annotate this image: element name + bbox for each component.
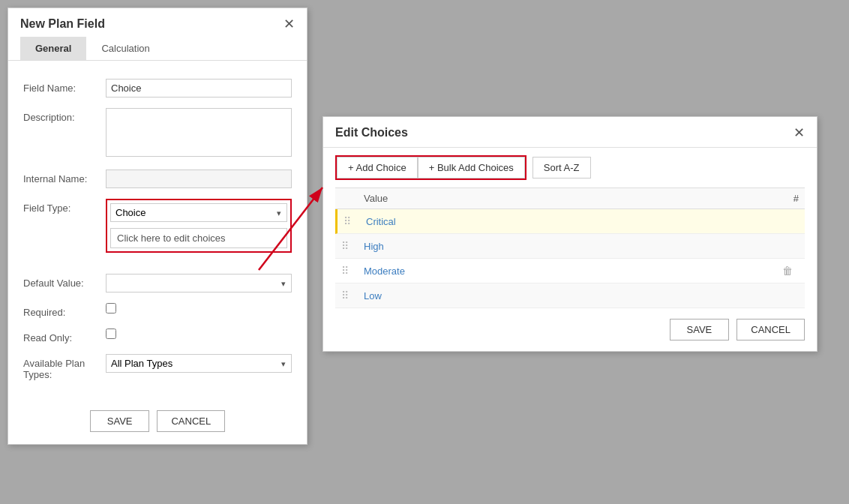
choice-value-critical[interactable]: Critical <box>366 216 776 227</box>
choice-row: ⠿ High <box>335 234 805 259</box>
available-plan-types-label: Available Plan Types: <box>23 354 106 380</box>
internal-name-control <box>106 170 292 188</box>
modal-header: New Plan Field ✕ <box>8 8 307 37</box>
default-value-select[interactable] <box>106 274 292 292</box>
field-type-select[interactable]: Choice <box>110 203 287 222</box>
edit-choices-title: Edit Choices <box>335 126 408 140</box>
toolbar-highlight-box: + Add Choice + Bulk Add Choices <box>335 155 526 180</box>
edit-choices-save-button[interactable]: SAVE <box>670 319 730 340</box>
read-only-checkbox[interactable] <box>106 328 116 339</box>
modal-title: New Plan Field <box>20 17 105 31</box>
main-modal-footer: SAVE CANCEL <box>8 403 307 444</box>
edit-choices-button[interactable]: Click here to edit choices <box>110 228 287 248</box>
field-name-control <box>106 79 292 98</box>
required-checkbox[interactable] <box>106 303 116 314</box>
field-type-label: Field Type: <box>23 199 106 214</box>
choice-row: ⠿ Critical <box>335 209 805 234</box>
drag-handle-icon[interactable]: ⠿ <box>341 265 364 277</box>
description-control <box>106 108 292 159</box>
header-number: # <box>769 193 799 204</box>
choices-table-header: Value # <box>335 188 805 209</box>
internal-name-input[interactable] <box>106 170 292 188</box>
edit-choices-header: Edit Choices ✕ <box>323 117 817 148</box>
header-handle <box>341 193 364 204</box>
default-value-select-wrap: ▾ <box>106 274 292 292</box>
field-type-select-wrap: Choice ▾ <box>110 203 287 222</box>
choices-row: Click here to edit choices <box>110 228 287 248</box>
field-name-input[interactable] <box>106 79 292 98</box>
description-textarea[interactable] <box>106 108 292 157</box>
add-choice-button[interactable]: + Add Choice <box>337 157 418 178</box>
bulk-add-choices-button[interactable]: + Bulk Add Choices <box>418 157 525 178</box>
default-value-row: Default Value: ▾ <box>23 274 292 292</box>
header-value: Value <box>364 193 769 204</box>
choice-row: ⠿ Moderate 🗑 <box>335 259 805 284</box>
internal-name-row: Internal Name: <box>23 170 292 188</box>
available-plan-types-row: Available Plan Types: All Plan Types ▾ <box>23 354 292 380</box>
main-cancel-button[interactable]: CANCEL <box>157 410 225 432</box>
description-row: Description: <box>23 108 292 159</box>
tab-general[interactable]: General <box>20 37 86 60</box>
available-plan-types-select[interactable]: All Plan Types <box>106 354 292 373</box>
edit-choices-modal: Edit Choices ✕ + Add Choice + Bulk Add C… <box>322 116 818 352</box>
tab-calculation[interactable]: Calculation <box>86 37 164 60</box>
main-save-button[interactable]: SAVE <box>90 410 150 432</box>
required-row: Required: <box>23 303 292 318</box>
form-body: Field Name: Description: Internal Name: <box>8 73 307 403</box>
sort-az-button[interactable]: Sort A-Z <box>532 157 591 178</box>
drag-handle-icon[interactable]: ⠿ <box>344 215 366 227</box>
field-type-choices-highlight: Choice ▾ Click here to edit choices <box>106 199 292 253</box>
trash-icon[interactable]: 🗑 <box>782 265 793 277</box>
choice-value-moderate[interactable]: Moderate <box>364 266 776 277</box>
edit-choices-footer: SAVE CANCEL <box>323 308 817 351</box>
choices-toolbar: + Add Choice + Bulk Add Choices Sort A-Z <box>323 148 817 188</box>
choice-row: ⠿ Low <box>335 284 805 308</box>
description-label: Description: <box>23 108 106 123</box>
field-name-label: Field Name: <box>23 79 106 94</box>
choices-table: Value # ⠿ Critical ⠿ High ⠿ Moderate 🗑 <box>335 188 805 308</box>
tabs-container: General Calculation <box>8 37 307 61</box>
new-plan-field-modal: New Plan Field ✕ General Calculation Fie… <box>8 8 308 445</box>
default-value-label: Default Value: <box>23 274 106 289</box>
edit-choices-cancel-button[interactable]: CANCEL <box>736 319 805 340</box>
drag-handle-icon[interactable]: ⠿ <box>341 240 364 252</box>
choice-value-low[interactable]: Low <box>364 290 776 302</box>
internal-name-label: Internal Name: <box>23 170 106 184</box>
read-only-row: Read Only: <box>23 328 292 344</box>
drag-handle-icon[interactable]: ⠿ <box>341 290 364 302</box>
field-name-row: Field Name: <box>23 79 292 98</box>
field-type-row: Choice ▾ <box>110 203 287 222</box>
close-modal-button[interactable]: ✕ <box>284 17 295 31</box>
available-plan-types-select-wrap: All Plan Types ▾ <box>106 354 292 373</box>
choice-actions: 🗑 <box>776 265 799 277</box>
required-label: Required: <box>23 303 106 318</box>
read-only-label: Read Only: <box>23 328 106 344</box>
choice-value-high[interactable]: High <box>364 241 776 252</box>
close-edit-choices-button[interactable]: ✕ <box>794 126 805 140</box>
